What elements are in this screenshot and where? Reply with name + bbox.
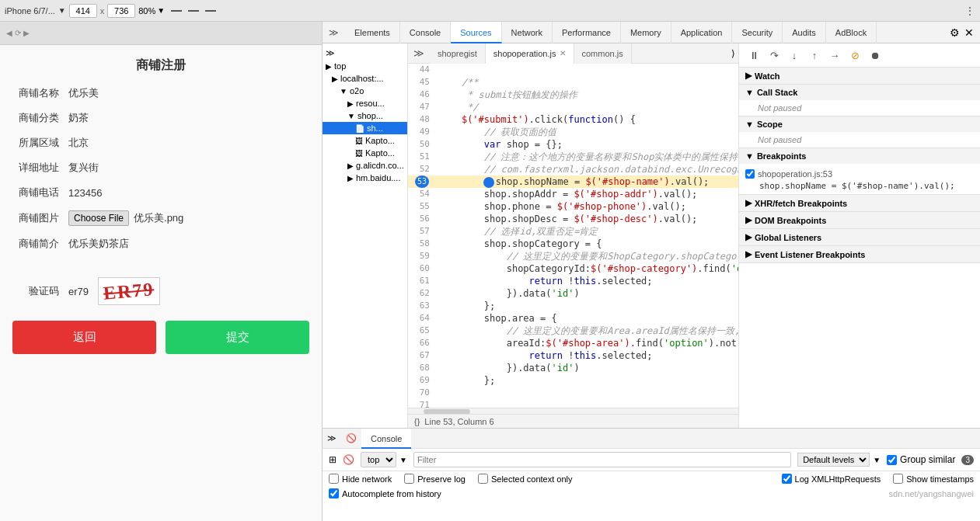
context-dropdown-icon[interactable]: ▼ [399, 456, 407, 464]
line-content-52: // com.fasterxml.jackson.databind.exc.Un… [436, 163, 738, 175]
zoom-selector[interactable]: 80% ▼ [138, 6, 165, 16]
filetree-baidu[interactable]: ▶ hm.baidu.... [323, 172, 407, 184]
line-content-69: }; [436, 374, 495, 387]
tab-elements[interactable]: Elements [345, 22, 400, 43]
pause-btn[interactable]: ⏸ [745, 47, 762, 64]
console-tabs: ≫ 🚫 Console [323, 429, 980, 449]
levels-dropdown-icon: ▼ [873, 456, 881, 464]
step-into-btn[interactable]: ↓ [786, 47, 803, 64]
console-filter-input[interactable] [413, 452, 791, 467]
console-clear-icon[interactable]: 🚫 [341, 433, 361, 443]
filetree-kapto2[interactable]: 🖼 Kapto... [323, 147, 407, 159]
show-timestamps-checkbox[interactable] [893, 474, 903, 484]
autocomplete-checkbox[interactable] [329, 488, 339, 498]
preserve-log-label: Preserve log [404, 474, 466, 484]
step-out-btn[interactable]: ↑ [806, 47, 823, 64]
filetree-kapto1[interactable]: 🖼 Kapto... [323, 134, 407, 147]
filetree-alicdn[interactable]: ▶ g.alicdn.co... [323, 159, 407, 172]
scrollbar-thumb[interactable] [424, 409, 470, 414]
choose-file-button[interactable]: Choose File [68, 210, 129, 226]
context-menu-icon[interactable]: ⋮ [964, 5, 975, 17]
line-content-54: shop.shopAddr = $('#shop-addr').val(); [436, 188, 697, 200]
height-input[interactable] [107, 4, 135, 18]
horizontal-scrollbar[interactable] [408, 408, 738, 414]
device-selector[interactable]: iPhone 6/7/... ▼ x [5, 4, 135, 18]
xhr-section-header[interactable]: ▶ XHR/fetch Breakpoints [739, 195, 980, 212]
event-section-header[interactable]: ▶ Event Listener Breakpoints [739, 246, 980, 263]
log-xmlhttp-checkbox[interactable] [782, 474, 792, 484]
status-text: Line 53, Column 6 [424, 417, 493, 426]
show-timestamps-label: Show timestamps [893, 474, 974, 484]
zoom-dropdown-icon[interactable]: ▼ [157, 6, 165, 15]
selected-context-checkbox[interactable] [478, 474, 488, 484]
log-levels-select[interactable]: Default levels [797, 453, 870, 467]
console-more-icon[interactable]: ≫ [323, 433, 341, 443]
dom-section-header[interactable]: ▶ DOM Breakpoints [739, 212, 980, 229]
breakpoints-header[interactable]: ▼ Breakpoints [739, 148, 980, 164]
code-line-56: 56 shop.shopDesc = $('#shop-desc').val()… [408, 213, 738, 225]
filetree-kapto2-label: Kapto... [365, 148, 395, 158]
line-num-64: 64 [408, 312, 436, 325]
console-block-icon[interactable]: 🚫 [343, 454, 354, 465]
breakpoints-content: shopoperation.js:53 shop.shopName = $('#… [739, 164, 980, 194]
tab-console[interactable]: Console [400, 22, 451, 43]
filetree-shop[interactable]: ▼ shop... [323, 109, 407, 122]
breakpoint-checkbox[interactable] [745, 169, 755, 179]
tab-shopregist-label: shopregist [438, 49, 477, 58]
tab-memory[interactable]: Memory [621, 22, 671, 43]
watch-header[interactable]: ▶ Watch [739, 68, 980, 84]
group-similar-checkbox[interactable] [887, 455, 897, 465]
filetree-sh-file[interactable]: 📄 sh... [323, 122, 407, 134]
global-section-header[interactable]: ▶ Global Listeners [739, 229, 980, 246]
close-devtools-icon[interactable]: ✕ [964, 26, 974, 39]
tab-shopregist[interactable]: shopregist [430, 43, 486, 64]
filetree-more[interactable]: ≫ [323, 47, 407, 60]
folder-open-icon: ▼ [340, 87, 347, 96]
hide-network-checkbox[interactable] [329, 474, 339, 484]
filetree-alicdn-label: g.alicdn.co... [356, 161, 404, 170]
label-image: 商铺图片 [12, 211, 68, 225]
width-input[interactable] [69, 4, 97, 18]
call-stack-header[interactable]: ▼ Call Stack [739, 85, 980, 100]
line-num-50: 50 [408, 138, 436, 151]
step-btn[interactable]: → [826, 47, 843, 64]
preserve-log-checkbox[interactable] [404, 474, 414, 484]
filetree-localhost[interactable]: ▶ localhost:... [323, 72, 407, 85]
filetree-top[interactable]: ▶ top [323, 60, 407, 72]
scope-header[interactable]: ▼ Scope [739, 116, 980, 132]
tab-security[interactable]: Security [732, 22, 783, 43]
deactivate-btn[interactable]: ⊘ [846, 47, 863, 64]
tab-audits[interactable]: Audits [783, 22, 826, 43]
filetree-resou[interactable]: ▶ resou... [323, 97, 407, 109]
dropdown-icon[interactable]: ▼ [58, 6, 66, 15]
code-tab-collapse[interactable]: ⟩ [731, 48, 738, 59]
watch-section: ▶ Watch [739, 68, 980, 85]
console-expand-icon[interactable]: ⊞ [329, 454, 337, 465]
device-name: iPhone 6/7/... [5, 6, 55, 16]
console-context-select[interactable]: top [361, 452, 396, 467]
back-button[interactable]: 返回 [12, 321, 156, 354]
tab-common[interactable]: common.js [574, 43, 632, 64]
code-area[interactable]: 44 45 /** 46 * submit按钮触发的操作 [408, 64, 738, 408]
tab-more-icon[interactable]: ≫ [411, 46, 427, 61]
line-num-51: 51 [408, 151, 436, 163]
filetree-o2o[interactable]: ▼ o2o [323, 85, 407, 97]
file-input-row: Choose File 优乐美.png [68, 210, 183, 226]
tab-performance[interactable]: Performance [553, 22, 621, 43]
step-over-btn[interactable]: ↷ [766, 47, 783, 64]
tab-application[interactable]: Application [671, 22, 733, 43]
close-tab-icon[interactable]: ✕ [560, 49, 566, 57]
submit-button[interactable]: 提交 [166, 321, 309, 354]
form-row-name: 商铺名称 优乐美 [12, 86, 309, 100]
tab-console-bottom[interactable]: Console [361, 429, 411, 449]
tab-shopoperation[interactable]: shopoperation.js ✕ [486, 43, 574, 64]
devtools-expand-icon[interactable]: ≫ [323, 27, 345, 38]
code-line-64: 64 shop.area = { [408, 312, 738, 325]
line-num-69: 69 [408, 374, 436, 387]
tab-adblock[interactable]: AdBlock [826, 22, 877, 43]
autocomplete-label: Autocomplete from history [329, 488, 441, 498]
tab-network[interactable]: Network [502, 22, 553, 43]
tab-sources[interactable]: Sources [451, 22, 501, 43]
settings-icon[interactable]: ⚙ [950, 26, 960, 39]
disable-btn[interactable]: ⏺ [867, 47, 884, 64]
